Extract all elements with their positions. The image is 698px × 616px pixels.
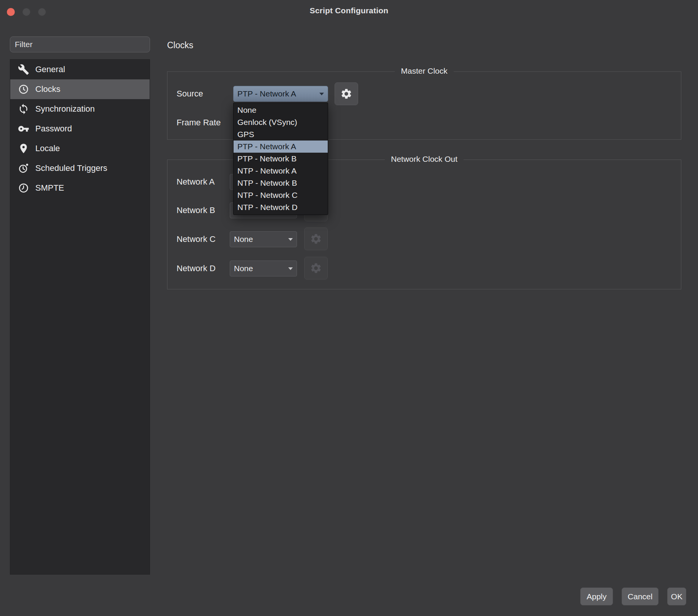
close-button[interactable] bbox=[7, 8, 15, 16]
sidebar-item-general[interactable]: General bbox=[10, 60, 150, 79]
source-dropdown[interactable]: PTP - Network A bbox=[233, 86, 328, 102]
scheduled-clock-icon bbox=[18, 163, 29, 174]
sidebar-item-password[interactable]: Password bbox=[10, 119, 150, 139]
sidebar-item-label: Synchronization bbox=[35, 104, 95, 114]
window-title: Script Configuration bbox=[310, 6, 388, 15]
chevron-down-icon bbox=[288, 267, 293, 270]
sidebar-item-smpte[interactable]: SMPTE bbox=[10, 178, 150, 198]
page-title: Clocks bbox=[167, 40, 193, 51]
menu-option-ntp-network-b[interactable]: NTP - Network B bbox=[234, 177, 328, 189]
wrench-icon bbox=[18, 64, 29, 75]
menu-option-ntp-network-a[interactable]: NTP - Network A bbox=[234, 165, 328, 177]
sync-icon bbox=[18, 103, 29, 115]
network-c-dropdown[interactable]: None bbox=[230, 231, 297, 247]
smpte-clock-icon bbox=[18, 182, 29, 194]
network-c-dropdown-value: None bbox=[234, 235, 253, 244]
sidebar-item-label: Password bbox=[35, 124, 72, 134]
clock-icon bbox=[18, 84, 29, 95]
gear-icon bbox=[340, 88, 352, 100]
menu-option-gps[interactable]: GPS bbox=[234, 128, 328, 141]
source-dropdown-value: PTP - Network A bbox=[237, 89, 296, 98]
network-d-label: Network D bbox=[177, 261, 216, 276]
filter-input[interactable] bbox=[10, 36, 150, 52]
menu-option-ntp-network-d[interactable]: NTP - Network D bbox=[234, 201, 328, 213]
network-a-label: Network A bbox=[177, 174, 215, 190]
sidebar-item-label: Clocks bbox=[35, 84, 60, 94]
script-configuration-window: Script Configuration General Clocks Sync… bbox=[0, 0, 698, 616]
sidebar-item-scheduled-triggers[interactable]: Scheduled Triggers bbox=[10, 158, 150, 178]
sidebar-item-synchronization[interactable]: Synchronization bbox=[10, 99, 150, 119]
zoom-button[interactable] bbox=[38, 8, 46, 16]
source-settings-button[interactable] bbox=[335, 82, 358, 105]
sidebar-item-label: SMPTE bbox=[35, 183, 64, 193]
apply-button[interactable]: Apply bbox=[580, 588, 613, 605]
sidebar: General Clocks Synchronization Password … bbox=[10, 59, 150, 575]
chevron-down-icon bbox=[288, 238, 293, 241]
sidebar-item-clocks[interactable]: Clocks bbox=[10, 79, 150, 99]
titlebar: Script Configuration bbox=[0, 0, 698, 24]
menu-option-ptp-network-a[interactable]: PTP - Network A bbox=[234, 141, 328, 153]
network-d-dropdown[interactable]: None bbox=[230, 261, 297, 276]
sidebar-item-locale[interactable]: Locale bbox=[10, 139, 150, 158]
source-label: Source bbox=[177, 86, 203, 102]
minimize-button[interactable] bbox=[22, 8, 30, 16]
menu-option-ntp-network-c[interactable]: NTP - Network C bbox=[234, 189, 328, 201]
menu-option-genlock-vsync[interactable]: Genlock (VSync) bbox=[234, 116, 328, 128]
sidebar-item-label: General bbox=[35, 65, 65, 74]
chevron-down-icon bbox=[319, 93, 324, 95]
master-clock-legend: Master Clock bbox=[395, 66, 454, 76]
sidebar-item-label: Locale bbox=[35, 144, 60, 153]
network-c-settings-button[interactable] bbox=[304, 227, 328, 250]
cancel-button[interactable]: Cancel bbox=[622, 588, 659, 605]
network-d-settings-button[interactable] bbox=[304, 257, 328, 280]
gear-icon bbox=[310, 233, 322, 245]
ok-button[interactable]: OK bbox=[667, 588, 686, 605]
menu-option-none[interactable]: None bbox=[234, 104, 328, 116]
network-clock-out-legend: Network Clock Out bbox=[385, 155, 463, 164]
pin-icon bbox=[18, 143, 29, 154]
source-dropdown-menu: None Genlock (VSync) GPS PTP - Network A… bbox=[233, 103, 328, 215]
network-c-label: Network C bbox=[177, 231, 216, 247]
network-b-label: Network B bbox=[177, 202, 215, 218]
frame-rate-label: Frame Rate bbox=[177, 115, 221, 131]
menu-option-ptp-network-b[interactable]: PTP - Network B bbox=[234, 153, 328, 165]
gear-icon bbox=[310, 262, 322, 274]
traffic-lights bbox=[7, 8, 46, 16]
sidebar-item-label: Scheduled Triggers bbox=[35, 163, 107, 173]
network-d-dropdown-value: None bbox=[234, 264, 253, 273]
key-icon bbox=[18, 123, 29, 134]
